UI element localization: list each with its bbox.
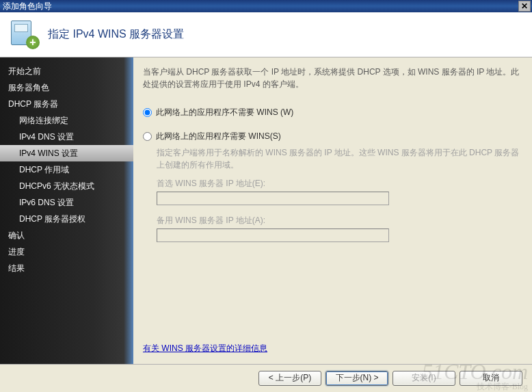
- prev-button[interactable]: < 上一步(P): [258, 371, 321, 386]
- nav-progress[interactable]: 进度: [0, 244, 133, 260]
- radio-no-wins-input[interactable]: [143, 108, 152, 117]
- nav-network-binding[interactable]: 网络连接绑定: [0, 112, 133, 129]
- alt-wins-input[interactable]: [157, 228, 389, 242]
- radio-need-wins-input[interactable]: [143, 132, 152, 141]
- radio-no-wins[interactable]: 此网络上的应用程序不需要 WINS (W): [143, 107, 520, 118]
- window-title: 添加角色向导: [3, 1, 52, 12]
- nav-before[interactable]: 开始之前: [0, 63, 133, 79]
- plus-icon: +: [26, 36, 40, 49]
- nav-dhcpv6-stateless[interactable]: DHCPv6 无状态模式: [0, 178, 133, 194]
- nav-ipv4-wins[interactable]: IPv4 WINS 设置: [0, 145, 133, 161]
- close-button[interactable]: ✕: [518, 1, 531, 12]
- wizard-body: 开始之前 服务器角色 DHCP 服务器 网络连接绑定 IPv4 DNS 设置 I…: [0, 57, 532, 364]
- wins-info-link[interactable]: 有关 WINS 服务器设置的详细信息: [143, 343, 267, 354]
- primary-wins-label: 首选 WINS 服务器 IP 地址(E):: [157, 178, 520, 190]
- install-button[interactable]: 安装(I): [393, 371, 455, 386]
- radio-no-wins-label: 此网络上的应用程序不需要 WINS (W): [156, 107, 293, 118]
- nav-confirm[interactable]: 确认: [0, 227, 133, 244]
- radio-need-wins-label: 此网络上的应用程序需要 WINS(S): [156, 131, 281, 142]
- wizard-header: + 指定 IPv4 WINS 服务器设置: [0, 12, 532, 57]
- nav-sidebar: 开始之前 服务器角色 DHCP 服务器 网络连接绑定 IPv4 DNS 设置 I…: [0, 57, 133, 364]
- title-bar: 添加角色向导 ✕: [0, 0, 532, 12]
- nav-ipv6-dns[interactable]: IPv6 DNS 设置: [0, 194, 133, 211]
- wizard-footer: < 上一步(P) 下一步(N) > 安装(I) 取消: [0, 364, 532, 391]
- nav-dhcp-auth[interactable]: DHCP 服务器授权: [0, 211, 133, 227]
- nav-ipv4-dns[interactable]: IPv4 DNS 设置: [0, 129, 133, 145]
- alt-wins-label: 备用 WINS 服务器 IP 地址(A):: [157, 215, 520, 226]
- nav-dhcp-server[interactable]: DHCP 服务器: [0, 96, 133, 112]
- content-pane: 当客户端从 DHCP 服务器获取一个 IP 地址时，系统将提供 DHCP 选项，…: [133, 57, 532, 364]
- primary-wins-input[interactable]: [157, 192, 389, 205]
- wizard-icon: +: [11, 21, 40, 49]
- cancel-button[interactable]: 取消: [460, 371, 522, 386]
- nav-results[interactable]: 结果: [0, 260, 133, 276]
- wins-sub-block: 指定客户端将用于名称解析的 WINS 服务器的 IP 地址。这些 WINS 服务…: [157, 146, 520, 252]
- intro-text: 当客户端从 DHCP 服务器获取一个 IP 地址时，系统将提供 DHCP 选项，…: [143, 66, 520, 90]
- radio-need-wins[interactable]: 此网络上的应用程序需要 WINS(S): [143, 131, 520, 142]
- wins-sub-desc: 指定客户端将用于名称解析的 WINS 服务器的 IP 地址。这些 WINS 服务…: [157, 146, 520, 171]
- next-button[interactable]: 下一步(N) >: [325, 371, 388, 386]
- close-icon: ✕: [521, 1, 528, 11]
- nav-server-roles[interactable]: 服务器角色: [0, 79, 133, 96]
- page-title: 指定 IPv4 WINS 服务器设置: [48, 27, 184, 42]
- nav-dhcp-scope[interactable]: DHCP 作用域: [0, 161, 133, 178]
